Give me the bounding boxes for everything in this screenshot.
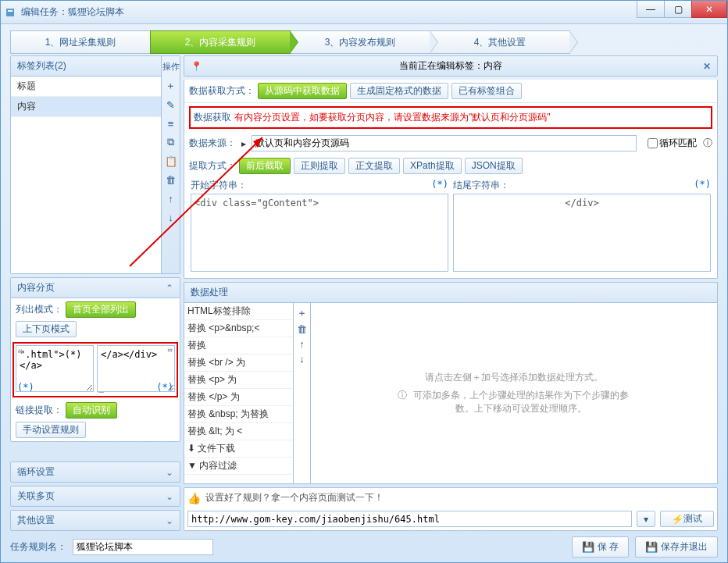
titlebar: 编辑任务：狐狸论坛脚本 — ▢ ✕ xyxy=(1,1,727,24)
prev-next-button[interactable]: 上下页模式 xyxy=(16,321,77,337)
rule-name-input[interactable] xyxy=(73,539,213,555)
edit-tag-icon[interactable]: ✎ xyxy=(164,98,178,112)
data-source-label: 数据来源： xyxy=(189,137,236,150)
tab-other-settings[interactable]: 4、其他设置 xyxy=(430,30,570,54)
proc-item[interactable]: 替换 </p> 为 xyxy=(184,389,293,406)
collapse-icon[interactable]: ⌃ xyxy=(166,283,173,294)
taglist-header: 标签列表(2) xyxy=(11,56,161,77)
paging-pattern-box: ❝ ".html">(*) </a> (*) ❞ </a></div> _ (*… xyxy=(12,342,178,397)
thumbs-up-icon: 👍 xyxy=(187,492,201,504)
data-source-select[interactable] xyxy=(252,135,637,151)
quote-icon: ❝ xyxy=(17,347,23,359)
proc-item[interactable]: ▼ 内容过滤 xyxy=(184,458,293,475)
start-string-label: 开始字符串： xyxy=(191,179,247,192)
proc-up-icon[interactable]: ↑ xyxy=(299,338,305,350)
from-source-button[interactable]: 从源码中获取数据 xyxy=(258,83,347,99)
maximize-button[interactable]: ▢ xyxy=(664,1,692,18)
wildcard-marker[interactable]: (*) xyxy=(431,179,448,192)
expand-icon: ⌄ xyxy=(166,515,173,526)
data-fetch-label: 数据获取 xyxy=(194,111,231,124)
editing-header: 📍 当前正在编辑标签：内容 ✕ xyxy=(184,55,718,77)
info-icon[interactable]: ⓘ xyxy=(703,137,712,150)
fetch-method-label: 数据获取方式： xyxy=(189,84,255,98)
multipage-panel-header[interactable]: 关联多页⌄ xyxy=(10,486,180,507)
expand-icon: ⌄ xyxy=(166,491,173,502)
info-icon: ⓘ xyxy=(398,389,407,402)
tab-publish-rules[interactable]: 3、内容发布规则 xyxy=(290,30,430,54)
tag-combo-button[interactable]: 已有标签组合 xyxy=(451,83,522,99)
ops-header: 操作 xyxy=(162,59,180,74)
paging-panel: 内容分页⌃ 列出模式： 首页全部列出 上下页模式 ❝ ".html">(*) <… xyxy=(10,277,180,442)
proc-item[interactable]: 替换 &lt; 为 < xyxy=(184,423,293,440)
footer: 任务规则名： 💾 保 存 💾 保存并退出 xyxy=(10,536,718,558)
end-string-label: 结尾字符串： xyxy=(453,179,509,192)
move-up-icon[interactable]: ↑ xyxy=(164,191,178,205)
taglist-panel: 标签列表(2) 标题 内容 操作 ＋ ✎ ≡ ⧉ 📋 🗑 ↑ ↓ xyxy=(10,55,180,274)
manual-rule-button[interactable]: 手动设置规则 xyxy=(16,422,86,438)
tag-item-title[interactable]: 标题 xyxy=(11,77,161,97)
app-icon xyxy=(4,6,16,19)
delete-proc-icon[interactable]: 🗑 xyxy=(297,323,307,335)
expand-icon: ⌄ xyxy=(166,467,173,478)
extract-regex-button[interactable]: 正则提取 xyxy=(294,158,345,174)
dropdown-arrow-icon[interactable]: ▸ xyxy=(239,138,248,149)
paging-header: 内容分页 xyxy=(17,281,55,294)
url-dropdown-button[interactable]: ▾ xyxy=(637,511,655,527)
extract-method-label: 提取方式： xyxy=(189,159,236,173)
tag-item-content[interactable]: 内容 xyxy=(11,97,161,117)
minimize-button[interactable]: — xyxy=(637,1,665,18)
step-tabs: 1、网址采集规则 2、内容采集规则 3、内容发布规则 4、其他设置 xyxy=(10,30,718,54)
proc-item[interactable]: 替换 xyxy=(184,337,293,355)
list-all-button[interactable]: 首页全部列出 xyxy=(66,301,136,318)
proc-item[interactable]: 替换 <p> 为 xyxy=(184,372,293,389)
test-label: 设置好了规则？拿一个内容页面测试一下！ xyxy=(205,491,384,504)
close-button[interactable]: ✕ xyxy=(691,1,727,18)
save-button[interactable]: 💾 保 存 xyxy=(572,536,629,558)
extract-beforeafter-button[interactable]: 前后截取 xyxy=(239,158,291,174)
move-down-icon[interactable]: ↓ xyxy=(164,210,178,224)
link-extract-label: 链接提取： xyxy=(16,404,62,417)
proc-item[interactable]: 替换 <br /> 为 xyxy=(184,355,293,372)
tab-url-rules[interactable]: 1、网址采集规则 xyxy=(10,30,151,54)
processing-list[interactable]: HTML标签排除 替换 <p>&nbsp;< 替换 替换 <br /> 为 替换… xyxy=(184,303,294,483)
wildcard-marker: (*) xyxy=(156,382,173,393)
rule-name-label: 任务规则名： xyxy=(10,540,66,554)
processing-hint: 请点击左侧＋加号选择添加数据处理方式。 ⓘ可添加多条，上个步骤处理的结果作为下个… xyxy=(311,303,717,483)
batch-icon[interactable]: ≡ xyxy=(164,116,178,130)
delete-icon[interactable]: 🗑 xyxy=(164,173,178,187)
add-tag-icon[interactable]: ＋ xyxy=(164,79,178,93)
test-url-input[interactable] xyxy=(187,511,632,527)
start-string-input[interactable]: <div class="gContent"> xyxy=(191,194,448,272)
other-panel-header[interactable]: 其他设置⌄ xyxy=(10,510,180,531)
copy-icon[interactable]: ⧉ xyxy=(164,135,178,149)
fixed-format-button[interactable]: 生成固定格式的数据 xyxy=(350,83,448,99)
proc-item[interactable]: 替换 &nbsp; 为替换 xyxy=(184,406,293,423)
close-editor-icon[interactable]: ✕ xyxy=(703,61,711,72)
processing-panel: 数据处理 HTML标签排除 替换 <p>&nbsp;< 替换 替换 <br />… xyxy=(184,282,718,484)
wildcard-marker[interactable]: (*) xyxy=(694,179,711,192)
end-string-input[interactable]: </div> xyxy=(453,194,711,272)
dash-marker: _ xyxy=(98,382,104,393)
extract-body-button[interactable]: 正文提取 xyxy=(348,158,400,174)
proc-item[interactable]: 替换 <p>&nbsp;< xyxy=(184,320,293,337)
extract-json-button[interactable]: JSON提取 xyxy=(465,158,523,174)
paste-icon[interactable]: 📋 xyxy=(164,154,178,168)
proc-item[interactable]: ⬇ 文件下载 xyxy=(184,440,293,458)
test-panel: 👍 设置好了规则？拿一个内容页面测试一下！ ▾ ⚡ 测试 xyxy=(184,487,718,531)
save-exit-button[interactable]: 💾 保存并退出 xyxy=(635,536,718,558)
paging-warning: 有内容分页设置，如要获取分页内容，请设置数据来源为"默认页和分页源码" xyxy=(234,111,551,124)
tab-content-rules[interactable]: 2、内容采集规则 xyxy=(150,30,291,54)
loop-panel-header[interactable]: 循环设置⌄ xyxy=(10,461,180,483)
add-proc-icon[interactable]: ＋ xyxy=(297,306,307,320)
pin-icon[interactable]: 📍 xyxy=(191,61,202,72)
fetch-panel: 数据获取方式： 从源码中获取数据 生成固定格式的数据 已有标签组合 数据获取 有… xyxy=(184,80,718,279)
loop-match-checkbox[interactable]: 循环匹配 xyxy=(648,137,697,150)
processing-header: 数据处理 xyxy=(191,286,228,299)
list-mode-label: 列出模式： xyxy=(16,303,62,316)
proc-item[interactable]: HTML标签排除 xyxy=(184,303,293,320)
auto-detect-button[interactable]: 自动识别 xyxy=(66,402,117,419)
quote-icon: ❞ xyxy=(167,347,173,359)
test-button[interactable]: ⚡ 测试 xyxy=(660,511,714,527)
proc-down-icon[interactable]: ↓ xyxy=(299,353,305,365)
extract-xpath-button[interactable]: XPath提取 xyxy=(403,158,462,174)
